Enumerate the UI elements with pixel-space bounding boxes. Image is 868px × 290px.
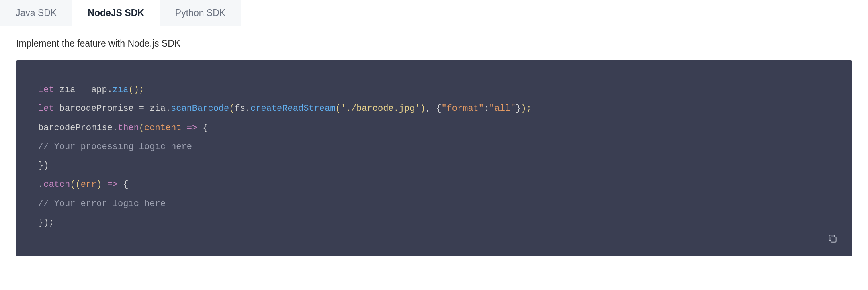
code-line-8: }); [38, 213, 830, 232]
svg-rect-0 [831, 237, 836, 242]
tab-java-sdk[interactable]: Java SDK [0, 0, 72, 26]
tab-nodejs-sdk[interactable]: NodeJS SDK [72, 0, 160, 26]
copy-code-button[interactable] [826, 232, 839, 245]
code-line-6: .catch((err) => { [38, 175, 830, 194]
code-line-2: let barcodePromise = zia.scanBarcode(fs.… [38, 99, 830, 118]
code-line-1: let zia = app.zia(); [38, 80, 830, 99]
code-line-7: // Your error logic here [38, 194, 830, 213]
copy-icon [827, 233, 838, 244]
description-text: Implement the feature with Node.js SDK [16, 38, 852, 49]
code-line-3: barcodePromise.then(content => { [38, 118, 830, 137]
code-line-5: }) [38, 156, 830, 175]
tab-python-sdk[interactable]: Python SDK [160, 0, 241, 26]
tab-content: Implement the feature with Node.js SDK l… [0, 26, 868, 272]
code-line-4: // Your processing logic here [38, 137, 830, 156]
code-block: let zia = app.zia(); let barcodePromise … [16, 60, 852, 256]
sdk-tabs: Java SDK NodeJS SDK Python SDK [0, 0, 868, 26]
